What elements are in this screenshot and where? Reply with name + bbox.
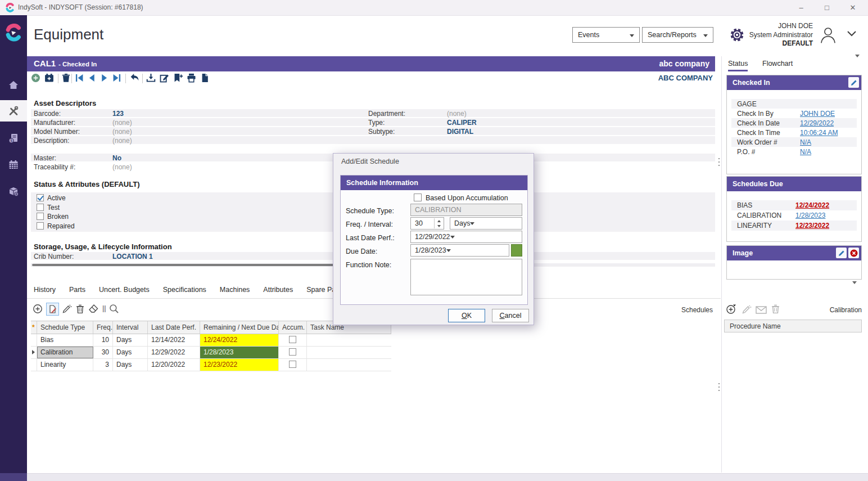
cell-freq[interactable]: 10 — [93, 334, 113, 346]
accumulation-checkbox[interactable] — [414, 194, 422, 201]
cell-freq[interactable]: 30 — [93, 347, 113, 358]
sidebar-item-home[interactable] — [0, 74, 27, 96]
sidebar-item-calendar[interactable] — [0, 154, 27, 176]
report-button[interactable] — [200, 73, 210, 83]
scrollbar-thumb[interactable] — [32, 264, 373, 266]
due-date-dropdown[interactable]: 1/28/2023 — [410, 244, 509, 257]
grid-delete-button[interactable] — [75, 304, 85, 314]
checkbox-repaired[interactable] — [37, 222, 44, 230]
add-record-button[interactable] — [31, 73, 40, 83]
col-freq[interactable]: Freq. — [93, 321, 113, 334]
checkbox-active[interactable] — [37, 194, 44, 201]
po-number-link[interactable]: N/A — [800, 148, 811, 156]
edit-image-button[interactable] — [836, 248, 847, 258]
accum-checkbox[interactable] — [289, 361, 296, 368]
remove-image-button[interactable] — [848, 248, 859, 258]
minimize-button[interactable]: – — [788, 0, 814, 15]
cell-last-date[interactable]: 12/20/2022 — [148, 359, 200, 371]
undo-button[interactable] — [130, 73, 139, 83]
cell-last-date[interactable]: 12/14/2022 — [148, 334, 200, 346]
cell-due-date[interactable]: 12/24/2022 — [200, 334, 279, 346]
splitter-grip[interactable] — [718, 158, 720, 166]
cancel-button[interactable]: Cancel — [492, 309, 529, 322]
checkbox-broken[interactable] — [37, 213, 44, 220]
print-button[interactable] — [187, 73, 196, 83]
splitter-grip[interactable] — [718, 383, 720, 391]
accum-checkbox[interactable] — [289, 348, 296, 356]
panel-collapse-chevron[interactable] — [852, 281, 857, 284]
nav-next-button[interactable] — [100, 73, 109, 83]
cell-schedule-type[interactable]: Bias — [37, 334, 93, 346]
schedule-delete-button[interactable] — [771, 304, 780, 314]
tab-status[interactable]: Status — [728, 60, 748, 71]
grid-clear-button[interactable] — [88, 304, 99, 313]
due-date-link[interactable]: 12/24/2022 — [795, 201, 829, 209]
nav-last-button[interactable] — [112, 73, 121, 83]
schedule-email-button[interactable] — [756, 306, 767, 314]
cell-interval[interactable]: Days — [113, 359, 148, 371]
events-dropdown[interactable]: Events — [572, 27, 640, 43]
check-in-by-link[interactable]: JOHN DOE — [800, 110, 835, 118]
work-order-link[interactable]: N/A — [800, 138, 811, 146]
edit-checkin-button[interactable] — [848, 77, 859, 88]
tab-flowchart[interactable]: Flowchart — [762, 60, 793, 68]
panel-collapse-chevron[interactable] — [855, 55, 860, 57]
sidebar-item-inventory[interactable] — [0, 181, 27, 202]
col-remaining-due[interactable]: Remaining / Next Due Da — [200, 321, 279, 334]
grid-modify-button[interactable] — [62, 304, 72, 314]
maximize-button[interactable]: □ — [814, 0, 840, 15]
cell-last-date[interactable]: 12/29/2022 — [148, 347, 200, 358]
interval-unit-dropdown[interactable]: Days — [450, 217, 522, 230]
due-date-link[interactable]: 1/28/2023 — [795, 212, 825, 219]
delete-record-button[interactable] — [61, 73, 71, 83]
user-info[interactable]: JOHN DOE System Administrator DEFAULT — [723, 22, 813, 48]
cell-due-date[interactable]: 12/23/2022 — [200, 359, 279, 371]
table-row-selected[interactable]: Calibration 30 Days 12/29/2022 1/28/2023 — [31, 347, 391, 359]
accum-checkbox[interactable] — [289, 336, 296, 343]
tab-specifications[interactable]: Specifications — [163, 286, 206, 294]
function-note-input[interactable] — [410, 259, 522, 295]
schedule-add-button[interactable] — [44, 73, 54, 83]
sidebar-logo[interactable] — [0, 20, 27, 46]
check-in-time-link[interactable]: 10:06:24 AM — [800, 129, 838, 137]
cell-task-name[interactable] — [307, 359, 391, 371]
sidebar-item-equipment[interactable] — [0, 100, 27, 122]
due-date-link[interactable]: 12/23/2022 — [795, 222, 829, 230]
check-in-date-link[interactable]: 12/29/2022 — [800, 119, 834, 127]
bookmark-add-button[interactable] — [173, 73, 183, 83]
schedule-modify-button[interactable] — [742, 304, 752, 314]
tab-history[interactable]: History — [34, 286, 56, 294]
cell-interval[interactable]: Days — [113, 347, 148, 358]
nav-prev-button[interactable] — [87, 73, 97, 83]
grid-search-button[interactable] — [109, 304, 119, 314]
grid-add-button[interactable] — [33, 304, 43, 314]
schedule-add-button[interactable] — [726, 304, 736, 314]
tab-parts[interactable]: Parts — [69, 286, 85, 294]
cell-interval[interactable]: Days — [113, 334, 148, 346]
search-reports-dropdown[interactable]: Search/Reports — [642, 27, 713, 43]
user-menu-chevron[interactable] — [847, 30, 857, 37]
nav-first-button[interactable] — [75, 73, 84, 83]
tab-uncert-budgets[interactable]: Uncert. Budgets — [99, 286, 150, 294]
cell-schedule-type[interactable]: Calibration — [37, 347, 93, 358]
import-button[interactable] — [146, 73, 156, 83]
freq-input[interactable]: 30 — [410, 217, 444, 230]
table-row[interactable]: Bias 10 Days 12/14/2022 12/24/2022 — [31, 334, 391, 347]
cell-freq[interactable]: 3 — [93, 359, 113, 371]
avatar[interactable] — [818, 25, 838, 45]
procedure-name-header[interactable]: Procedure Name — [724, 320, 862, 332]
last-date-dropdown[interactable]: 12/29/2022 — [410, 231, 522, 243]
spinner-control[interactable] — [434, 218, 443, 228]
tab-attributes[interactable]: Attributes — [263, 286, 293, 294]
tab-machines[interactable]: Machines — [220, 286, 250, 294]
cell-schedule-type[interactable]: Linearity — [37, 359, 93, 371]
sidebar-item-assets[interactable]: $ — [0, 128, 27, 149]
edit-record-button[interactable] — [160, 73, 169, 83]
cell-task-name[interactable] — [307, 347, 391, 358]
close-button[interactable]: ✕ — [840, 0, 866, 15]
checkbox-test[interactable] — [37, 204, 44, 211]
table-row[interactable]: Linearity 3 Days 12/20/2022 12/23/2022 — [31, 359, 391, 371]
col-accum[interactable]: Accum. — [279, 321, 307, 334]
col-interval[interactable]: Interval — [113, 321, 148, 334]
cell-due-date[interactable]: 1/28/2023 — [200, 347, 279, 358]
